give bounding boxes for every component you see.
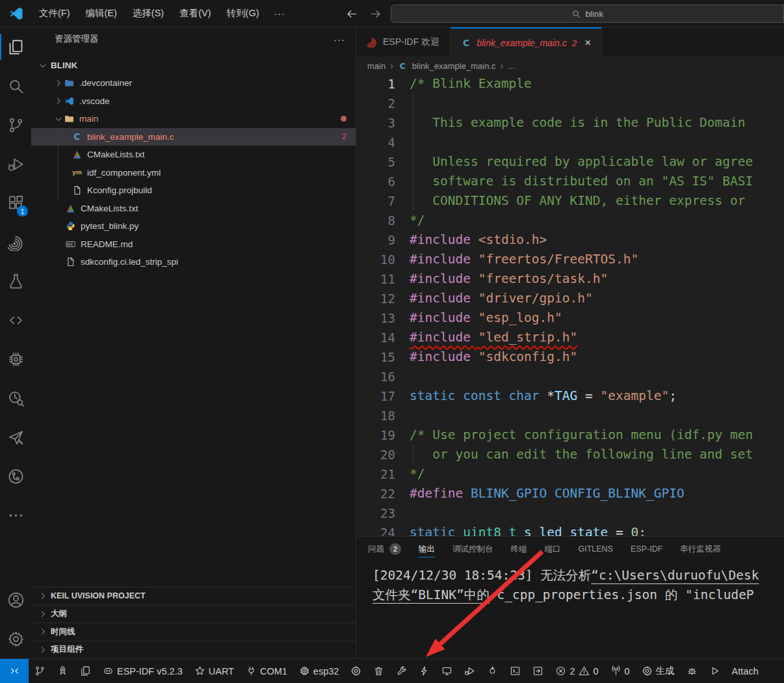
status-menuconfig[interactable] (345, 659, 367, 683)
status-idf-terminal[interactable] (504, 659, 527, 683)
activitybar-accounts[interactable] (0, 580, 31, 619)
line-number: 21 (356, 464, 395, 484)
line-number: 14 (356, 328, 395, 347)
sidebar-more-actions[interactable]: ··· (333, 34, 345, 45)
panel-tab-label: 终端 (511, 544, 527, 555)
breadcrumb-item[interactable]: ... (508, 61, 515, 71)
tree-item[interactable]: Kconfig.projbuild (31, 181, 356, 200)
tab-esp-idf-[interactable]: ESP-IDF 欢迎 (356, 27, 451, 57)
tree-item[interactable]: sdkconfig.ci.led_strip_spi (31, 253, 356, 271)
status-duplicate[interactable] (74, 659, 97, 683)
tree-item-label: README.md (81, 239, 133, 249)
code-line: 17static const char *TAG = "example"; (356, 386, 784, 406)
status-platformio-home[interactable] (51, 659, 74, 683)
status-bar: ESP-IDF v5.2.3UARTCOM1esp32200生成Attach (0, 658, 784, 683)
section-项目组件[interactable]: 项目组件 (31, 641, 356, 659)
status-serial-port[interactable]: COM1 (240, 659, 293, 683)
panel-tab-调试控制台[interactable]: 调试控制台 (452, 537, 493, 561)
status-flash-method[interactable]: UART (189, 659, 240, 683)
status-flash-device[interactable] (413, 659, 436, 683)
section-时间线[interactable]: 时间线 (31, 623, 356, 641)
status-new-terminal[interactable] (527, 659, 549, 683)
tree-item-label: blink_example_main.c (87, 132, 174, 142)
status-build[interactable]: 生成 (636, 659, 681, 683)
menu-more-button[interactable]: ··· (267, 6, 291, 21)
chip-icon (299, 665, 310, 676)
menu-f[interactable]: 文件(F) (32, 5, 77, 22)
tree-item[interactable]: Cblink_example_main.c2 (31, 128, 356, 146)
tree-item[interactable]: .devcontainer (31, 74, 356, 92)
panel-tab-终端[interactable]: 终端 (511, 537, 527, 561)
section-keil-uvision-project[interactable]: KEIL UVISION PROJECT (31, 587, 356, 605)
tree-item[interactable]: pytest_blink.py (31, 217, 356, 235)
activitybar-explorer[interactable] (0, 27, 31, 66)
activitybar-test-explorer[interactable] (0, 261, 31, 301)
activitybar-snippets[interactable] (0, 301, 31, 340)
status-debug-bug[interactable] (681, 659, 703, 683)
status-custom-task[interactable] (390, 659, 413, 683)
tree-root-blink[interactable]: BLINK (31, 57, 356, 74)
panel-tab-端口[interactable]: 端口 (545, 537, 561, 561)
debug-icon (7, 155, 25, 173)
command-center-search[interactable]: blink (391, 5, 784, 23)
nav-back-button[interactable] (343, 5, 360, 22)
status-erase-flash[interactable] (481, 659, 504, 683)
line-content: */ (410, 464, 425, 484)
tree-item[interactable]: ymidf_component.yml (31, 164, 356, 182)
activitybar-gitlens[interactable] (0, 457, 31, 496)
history-search-icon (7, 390, 25, 407)
status-debug-device[interactable] (458, 659, 481, 683)
chevron-right-icon (38, 609, 48, 619)
nav-forward-button[interactable] (367, 5, 384, 22)
tree-item[interactable]: CMakeLists.txt (31, 146, 356, 164)
status-monitor-device[interactable] (436, 659, 458, 683)
status-device-target[interactable]: esp32 (293, 659, 345, 683)
tree-item[interactable]: CMakeLists.txt (31, 200, 356, 218)
search-icon (571, 9, 581, 19)
status-remote[interactable] (0, 659, 29, 683)
panel-tab-esp-idf[interactable]: ESP-IDF (631, 537, 662, 561)
output-link[interactable]: “c:\Users\duruofu\Desk (591, 568, 759, 583)
status-run[interactable] (703, 659, 726, 683)
breadcrumb[interactable]: main›Cblink_example_main.c›... (356, 57, 784, 74)
tree-item[interactable]: main (31, 110, 356, 128)
status-esp-idf-version[interactable]: ESP-IDF v5.2.3 (97, 659, 189, 683)
code-editor[interactable]: 1/* Blink Example2 3 This example code i… (356, 74, 784, 536)
branch-icon (34, 665, 46, 676)
status-git-graph[interactable] (29, 659, 51, 683)
activitybar-search[interactable] (0, 66, 31, 105)
tab-blink_example_main-c[interactable]: Cblink_example_main.c2× (451, 27, 602, 57)
section-大纲[interactable]: 大纲 (31, 605, 356, 623)
activitybar-source-control[interactable] (0, 105, 31, 144)
status-attach[interactable]: Attach (726, 659, 764, 683)
output-link[interactable]: 文件夹“BLINK”中的 (372, 587, 490, 602)
folder-icon (64, 77, 75, 88)
breadcrumb-item[interactable]: main (367, 61, 385, 71)
activitybar-serial-history[interactable] (0, 379, 31, 418)
menu-e[interactable]: 编辑(E) (79, 5, 124, 22)
activitybar-esp-tools[interactable] (0, 418, 31, 457)
status-forwarded-ports[interactable]: 0 (605, 659, 636, 683)
c-file-icon: C (461, 38, 471, 49)
menu-s[interactable]: 选择(S) (125, 5, 171, 22)
activitybar-embedded-tools[interactable] (0, 340, 31, 379)
output-console[interactable]: [2024/12/30 18:54:23] 无法分析“c:\Users\duru… (356, 561, 784, 605)
close-icon[interactable]: × (584, 36, 591, 49)
tab-problem-badge: 2 (572, 38, 577, 48)
activitybar-settings[interactable] (0, 619, 31, 658)
menu-v[interactable]: 查看(V) (172, 5, 218, 22)
activitybar-esp-idf-explorer[interactable] (0, 222, 31, 261)
activitybar-more-views[interactable] (0, 496, 31, 535)
panel-tab-问题[interactable]: 问题2 (368, 537, 401, 561)
status-problems[interactable]: 20 (549, 659, 604, 683)
tree-item[interactable]: README.md (31, 235, 356, 254)
panel-tab-串行监视器[interactable]: 串行监视器 (680, 537, 721, 561)
activitybar-run-debug[interactable] (0, 144, 31, 183)
activitybar-extensions[interactable]: 1 (0, 183, 31, 222)
status-full-clean[interactable] (367, 659, 390, 683)
panel-tab-gitlens[interactable]: GITLENS (579, 537, 614, 561)
menu-g[interactable]: 转到(G) (220, 5, 267, 22)
breadcrumb-item[interactable]: blink_example_main.c (412, 61, 496, 71)
tree-item[interactable]: .vscode (31, 92, 356, 111)
panel-tab-输出[interactable]: 输出 (419, 537, 435, 561)
